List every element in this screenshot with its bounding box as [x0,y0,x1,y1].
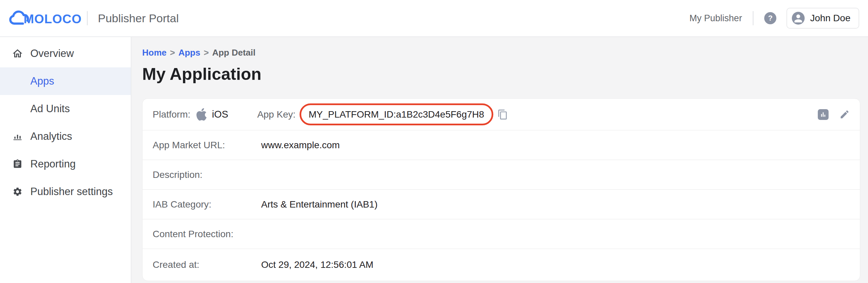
user-menu-button[interactable]: John Doe [786,8,859,29]
header-divider [753,11,753,25]
sidebar-item-label: Ad Units [30,103,70,115]
breadcrumb-separator: > [170,48,175,57]
gear-icon [11,187,24,197]
breadcrumb-link-home[interactable]: Home [142,48,166,57]
detail-value: Oct 29, 2024, 12:56:01 AM [261,259,373,270]
publisher-name: My Publisher [689,13,742,24]
detail-rows: App Market URL:www.example.comDescriptio… [143,130,860,281]
platform-label: Platform: [153,109,190,120]
sidebar-item-analytics[interactable]: Analytics [0,123,131,150]
app-key-value: MY_PLATFORM_ID:a1B2c3D4e5F6g7H8 [309,109,484,120]
sidebar-item-label: Apps [30,75,54,87]
detail-value: www.example.com [261,140,340,151]
sidebar-item-label: Reporting [30,158,75,170]
detail-label: Content Protection: [153,229,261,240]
copy-app-key-button[interactable] [497,109,508,120]
moloco-logo[interactable]: MOLOCO [9,10,82,27]
breadcrumb-separator: > [204,48,209,57]
sidebar-item-publisher-settings[interactable]: Publisher settings [0,178,131,206]
detail-label: IAB Category: [153,199,261,210]
clipboard-icon [11,159,24,169]
sidebar-item-overview[interactable]: Overview [0,40,131,67]
details-card: Platform: iOS App Key: MY_PLATFORM_ID:a1… [142,98,860,281]
help-icon: ? [768,14,772,23]
edit-app-button[interactable] [839,109,850,120]
page-title: My Application [142,64,868,84]
platform-value: iOS [212,109,228,120]
detail-row-platform: Platform: iOS App Key: MY_PLATFORM_ID:a1… [143,99,860,130]
app-key-highlight: MY_PLATFORM_ID:a1B2c3D4e5F6g7H8 [300,103,493,125]
detail-row-app-market-url: App Market URL:www.example.com [143,130,860,160]
main-content: Home>Apps>App Detail My Application Plat… [132,37,868,283]
sidebar: OverviewAppsAd UnitsAnalyticsReportingPu… [0,37,131,283]
breadcrumb: Home>Apps>App Detail [142,48,868,57]
header-divider [87,11,88,25]
detail-row-created-at: Created at:Oct 29, 2024, 12:56:01 AM [143,249,860,281]
sidebar-menu: OverviewAppsAd UnitsAnalyticsReportingPu… [0,40,131,206]
apple-icon [196,108,207,121]
detail-value: Arts & Entertainment (IAB1) [261,199,377,210]
chart-button-icon [819,110,828,119]
breadcrumb-link-apps[interactable]: Apps [178,48,200,57]
portal-title: Publisher Portal [98,12,179,25]
detail-row-description: Description: [143,160,860,190]
user-name: John Doe [810,13,850,24]
app-key-label: App Key: [257,109,296,120]
bar-chart-icon [11,131,24,142]
sidebar-item-ad-units[interactable]: Ad Units [0,95,131,123]
detail-label: Description: [153,169,261,180]
breadcrumb-current: App Detail [212,48,256,57]
sidebar-item-label: Overview [30,48,74,60]
detail-label: Created at: [153,259,261,270]
detail-label: App Market URL: [153,140,261,151]
pencil-icon [839,109,850,120]
help-button[interactable]: ? [764,12,776,24]
sidebar-item-apps[interactable]: Apps [0,67,131,95]
sidebar-item-label: Publisher settings [30,186,113,198]
detail-row-content-protection: Content Protection: [143,219,860,249]
sidebar-item-label: Analytics [30,130,72,143]
home-icon [11,48,24,59]
logo-text: MOLOCO [24,13,82,25]
detail-row-iab-category: IAB Category:Arts & Entertainment (IAB1) [143,190,860,219]
avatar-icon [792,12,805,25]
view-analytics-button[interactable] [818,109,829,120]
sidebar-item-reporting[interactable]: Reporting [0,150,131,178]
copy-icon [497,109,508,120]
header: MOLOCO Publisher Portal My Publisher ? J… [0,0,868,37]
